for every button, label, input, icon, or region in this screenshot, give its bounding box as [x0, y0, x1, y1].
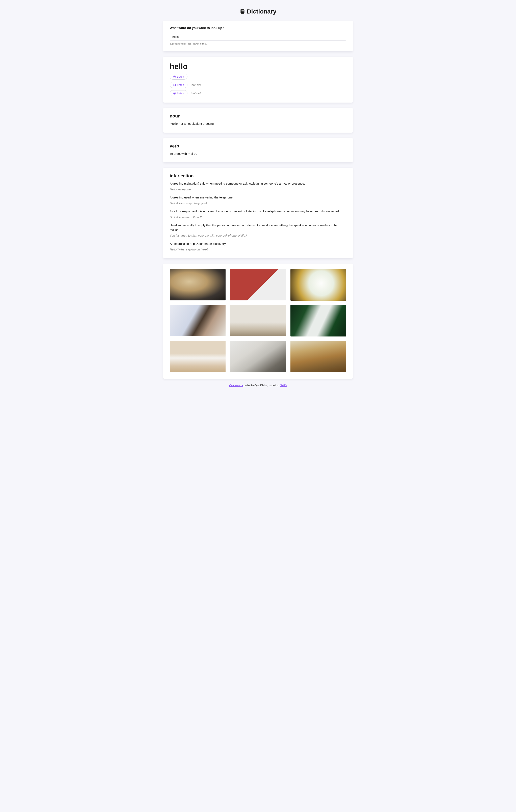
- example-text: Hello, everyone.: [170, 187, 346, 192]
- example-text: Hello? How may I help you?: [170, 201, 346, 206]
- gallery-image: [290, 269, 346, 300]
- footer-text: coded by Cyra Iftikhar, hosted on: [243, 384, 280, 387]
- listen-row: Listen /həˈloʊ/: [170, 90, 346, 96]
- word-card: hello Listen Listen /həˈləʊ/ Listen /həˈ…: [163, 57, 353, 103]
- listen-button[interactable]: Listen: [170, 90, 188, 96]
- definition-text: An expression of puzzlement or discovery…: [170, 241, 346, 246]
- pos-heading: interjection: [170, 173, 346, 178]
- open-source-link[interactable]: Open-source: [229, 384, 243, 387]
- pos-heading: verb: [170, 143, 346, 149]
- definition-text: A greeting (salutation) said when meetin…: [170, 181, 346, 186]
- listen-row: Listen: [170, 74, 346, 80]
- example-text: Hello? Is anyone there?: [170, 215, 346, 220]
- svg-rect-1: [241, 10, 244, 11]
- play-circle-icon: [173, 84, 176, 86]
- listen-button[interactable]: Listen: [170, 74, 188, 80]
- image-gallery: [170, 269, 346, 372]
- definition-text: To greet with "hello".: [170, 151, 346, 156]
- svg-rect-0: [240, 9, 244, 14]
- search-label: What word do you want to look up?: [170, 26, 346, 30]
- example-text: Hello! What's going on here?: [170, 247, 346, 252]
- app-title-row: Dictionary: [163, 8, 353, 15]
- gallery-image: [170, 269, 226, 300]
- example-text: You just tried to start your car with yo…: [170, 233, 346, 238]
- gallery-card: [163, 264, 353, 379]
- gallery-image: [170, 305, 226, 337]
- netlify-link[interactable]: Netlify: [280, 384, 287, 387]
- book-icon: [240, 9, 245, 14]
- meaning-card-noun: noun "Hello!" or an equivalent greeting.: [163, 108, 353, 133]
- phonetic-text: /həˈloʊ/: [191, 91, 201, 95]
- meaning-card-interjection: interjection A greeting (salutation) sai…: [163, 168, 353, 258]
- word-heading: hello: [170, 62, 346, 71]
- listen-label: Listen: [177, 92, 184, 95]
- phonetic-text: /həˈləʊ/: [191, 83, 201, 87]
- definition-text: Used sarcastically to imply that the per…: [170, 223, 346, 232]
- pos-heading: noun: [170, 113, 346, 119]
- definition-text: A call for response if it is not clear i…: [170, 209, 346, 214]
- svg-rect-2: [241, 11, 244, 11]
- gallery-image: [290, 341, 346, 372]
- listen-button[interactable]: Listen: [170, 82, 188, 88]
- meaning-card-verb: verb To greet with "hello".: [163, 138, 353, 163]
- definition-text: A greeting used when answering the telep…: [170, 195, 346, 200]
- gallery-image: [230, 305, 286, 337]
- gallery-image: [290, 305, 346, 337]
- play-circle-icon: [173, 92, 176, 95]
- definition-text: "Hello!" or an equivalent greeting.: [170, 121, 346, 126]
- search-input[interactable]: [170, 33, 346, 40]
- play-circle-icon: [173, 75, 176, 78]
- search-hint: suggested words: dog, flower, muffin...: [170, 42, 346, 45]
- listen-row: Listen /həˈləʊ/: [170, 82, 346, 88]
- footer: Open-source coded by Cyra Iftikhar, host…: [163, 384, 353, 387]
- listen-label: Listen: [177, 83, 184, 86]
- gallery-image: [230, 269, 286, 300]
- gallery-image: [230, 341, 286, 372]
- listen-label: Listen: [177, 75, 184, 78]
- gallery-image: [170, 341, 226, 372]
- search-card: What word do you want to look up? sugges…: [163, 21, 353, 51]
- app-title: Dictionary: [247, 8, 277, 15]
